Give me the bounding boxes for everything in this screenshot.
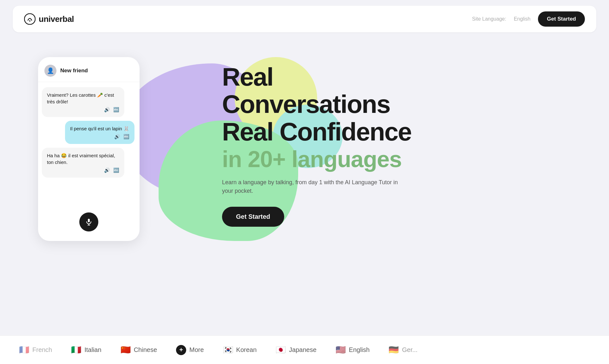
svg-point-0 — [24, 14, 35, 24]
language-item-italian[interactable]: 🇮🇹 Italian — [71, 345, 101, 355]
translate-icon-2[interactable]: 🔤 — [123, 134, 129, 140]
hero-text: Real Conversations Real Confidence in 20… — [222, 63, 438, 227]
volume-icon-2[interactable]: 🔊 — [114, 134, 120, 140]
italian-label: Italian — [84, 346, 101, 354]
language-item-german[interactable]: 🇩🇪 Ger... — [389, 345, 417, 355]
korean-flag: 🇰🇷 — [223, 345, 233, 355]
language-bar: 🇫🇷 French 🇮🇹 Italian 🇨🇳 Chinese + More 🇰… — [0, 335, 609, 364]
japanese-flag: 🇯🇵 — [276, 345, 286, 355]
get-started-button-nav[interactable]: Get Started — [538, 11, 585, 27]
chat-header: 👤 New friend — [38, 65, 140, 82]
hero-section: 👤 New friend Vraiment? Les carottes 🥕 c'… — [0, 38, 609, 323]
language-item-more[interactable]: + More — [176, 345, 204, 355]
nav-right: Site Language: English Get Started — [472, 11, 585, 27]
volume-icon-3[interactable]: 🔊 — [104, 167, 110, 173]
hero-heading-line1: Real Conversations Real Confidence — [222, 63, 438, 146]
message-2: Il pense qu'il est un lapin 🐰 🔊 🔤 — [65, 121, 134, 144]
english-label: English — [349, 346, 370, 354]
chinese-flag: 🇨🇳 — [121, 345, 131, 355]
site-language-label: Site Language: — [472, 16, 506, 22]
german-flag: 🇩🇪 — [389, 345, 399, 355]
logo-icon — [24, 13, 36, 25]
hero-heading-green: in 20+ languages — [222, 147, 438, 172]
get-started-button-hero[interactable]: Get Started — [222, 207, 284, 227]
message-1-actions: 🔊 🔤 — [47, 107, 119, 113]
message-3: Ha ha 😂 il est vraiment spécial, ton chi… — [42, 148, 124, 178]
message-3-text: Ha ha 😂 il est vraiment spécial, ton chi… — [47, 152, 119, 166]
german-label: Ger... — [402, 346, 417, 354]
translate-icon-3[interactable]: 🔤 — [113, 167, 119, 173]
japanese-label: Japanese — [289, 346, 317, 354]
mic-icon — [85, 218, 93, 226]
message-2-actions: 🔊 🔤 — [70, 134, 129, 140]
more-label: More — [189, 346, 204, 354]
volume-icon-1[interactable]: 🔊 — [104, 107, 110, 113]
italian-flag: 🇮🇹 — [71, 345, 81, 355]
svg-point-1 — [29, 20, 30, 22]
language-item-french[interactable]: 🇫🇷 French — [19, 345, 52, 355]
language-item-chinese[interactable]: 🇨🇳 Chinese — [121, 345, 157, 355]
language-item-japanese[interactable]: 🇯🇵 Japanese — [276, 345, 317, 355]
message-3-actions: 🔊 🔤 — [47, 167, 119, 173]
language-item-korean[interactable]: 🇰🇷 Korean — [223, 345, 257, 355]
korean-label: Korean — [236, 346, 257, 354]
message-1: Vraiment? Les carottes 🥕 c'est très drôl… — [42, 87, 124, 117]
translate-icon-1[interactable]: 🔤 — [113, 107, 119, 113]
chat-messages: Vraiment? Les carottes 🥕 c'est très drôl… — [38, 82, 140, 206]
message-2-text: Il pense qu'il est un lapin 🐰 — [70, 125, 129, 132]
chinese-label: Chinese — [134, 346, 157, 354]
english-flag: 🇺🇸 — [336, 345, 346, 355]
mic-button[interactable] — [79, 212, 98, 231]
site-language-value: English — [514, 16, 530, 22]
avatar: 👤 — [44, 65, 56, 77]
hero-subtitle: Learn a language by talking, from day 1 … — [222, 178, 400, 195]
language-item-english[interactable]: 🇺🇸 English — [336, 345, 370, 355]
logo: univerbal — [24, 13, 74, 25]
phone-mockup: 👤 New friend Vraiment? Les carottes 🥕 c'… — [38, 57, 140, 241]
logo-text: univerbal — [39, 14, 74, 24]
message-1-text: Vraiment? Les carottes 🥕 c'est très drôl… — [47, 92, 119, 105]
navbar: univerbal Site Language: English Get Sta… — [13, 6, 596, 32]
french-label: French — [32, 346, 52, 354]
more-plus-icon: + — [176, 345, 186, 355]
french-flag: 🇫🇷 — [19, 345, 29, 355]
svg-rect-2 — [88, 219, 90, 222]
chat-contact-name: New friend — [60, 68, 88, 74]
